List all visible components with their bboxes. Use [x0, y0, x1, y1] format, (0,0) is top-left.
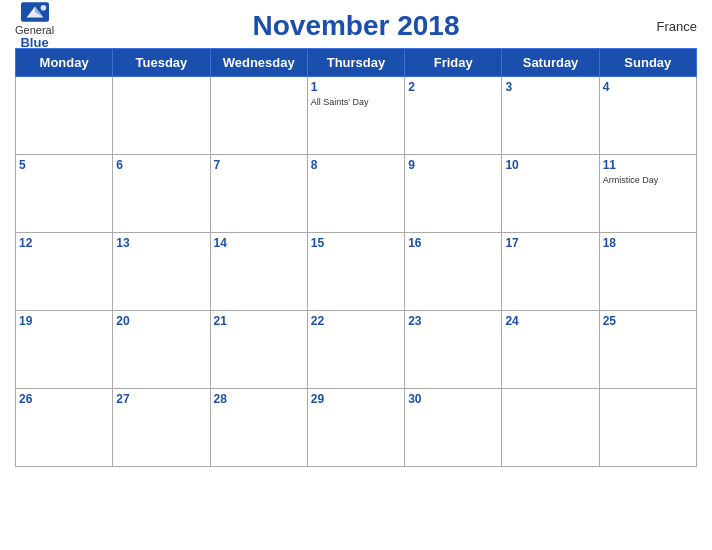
calendar-body: 1All Saints' Day234567891011Armistice Da… — [16, 77, 697, 467]
calendar-cell: 24 — [502, 311, 599, 389]
calendar-table: Monday Tuesday Wednesday Thursday Friday… — [15, 48, 697, 467]
calendar-cell: 18 — [599, 233, 696, 311]
calendar-cell — [502, 389, 599, 467]
svg-point-3 — [40, 5, 46, 11]
calendar-cell: 8 — [307, 155, 404, 233]
header-tuesday: Tuesday — [113, 49, 210, 77]
day-number: 20 — [116, 313, 206, 330]
day-number: 23 — [408, 313, 498, 330]
calendar-cell: 6 — [113, 155, 210, 233]
day-number: 15 — [311, 235, 401, 252]
day-number: 22 — [311, 313, 401, 330]
day-number: 2 — [408, 79, 498, 96]
calendar-cell: 4 — [599, 77, 696, 155]
calendar-cell: 22 — [307, 311, 404, 389]
logo-icon — [21, 2, 49, 22]
calendar-cell: 23 — [405, 311, 502, 389]
header-sunday: Sunday — [599, 49, 696, 77]
day-number: 29 — [311, 391, 401, 408]
holiday-name: All Saints' Day — [311, 97, 401, 109]
header-monday: Monday — [16, 49, 113, 77]
month-title: November 2018 — [252, 10, 459, 42]
header-saturday: Saturday — [502, 49, 599, 77]
calendar-cell — [599, 389, 696, 467]
header-wednesday: Wednesday — [210, 49, 307, 77]
calendar-cell: 13 — [113, 233, 210, 311]
calendar-cell: 27 — [113, 389, 210, 467]
calendar-cell: 5 — [16, 155, 113, 233]
calendar-cell: 20 — [113, 311, 210, 389]
calendar-cell: 7 — [210, 155, 307, 233]
calendar-cell: 10 — [502, 155, 599, 233]
header-thursday: Thursday — [307, 49, 404, 77]
calendar-cell: 1All Saints' Day — [307, 77, 404, 155]
day-number: 26 — [19, 391, 109, 408]
logo: General Blue — [15, 2, 54, 50]
calendar-cell: 3 — [502, 77, 599, 155]
day-number: 13 — [116, 235, 206, 252]
day-number: 1 — [311, 79, 401, 96]
calendar-cell: 28 — [210, 389, 307, 467]
holiday-name: Armistice Day — [603, 175, 693, 187]
calendar-cell: 19 — [16, 311, 113, 389]
day-number: 17 — [505, 235, 595, 252]
logo-blue-text: Blue — [20, 36, 48, 50]
day-number: 21 — [214, 313, 304, 330]
calendar-cell: 26 — [16, 389, 113, 467]
calendar-cell: 17 — [502, 233, 599, 311]
country-label: France — [657, 19, 697, 34]
day-number: 16 — [408, 235, 498, 252]
day-number: 19 — [19, 313, 109, 330]
calendar-cell: 2 — [405, 77, 502, 155]
calendar-cell — [113, 77, 210, 155]
day-number: 28 — [214, 391, 304, 408]
calendar-cell: 21 — [210, 311, 307, 389]
calendar-cell: 15 — [307, 233, 404, 311]
day-number: 12 — [19, 235, 109, 252]
weekday-header-row: Monday Tuesday Wednesday Thursday Friday… — [16, 49, 697, 77]
calendar-cell — [210, 77, 307, 155]
calendar-cell: 9 — [405, 155, 502, 233]
calendar-week-row: 2627282930 — [16, 389, 697, 467]
calendar-cell: 30 — [405, 389, 502, 467]
day-number: 27 — [116, 391, 206, 408]
calendar-cell: 14 — [210, 233, 307, 311]
day-number: 24 — [505, 313, 595, 330]
day-number: 5 — [19, 157, 109, 174]
calendar-week-row: 567891011Armistice Day — [16, 155, 697, 233]
day-number: 9 — [408, 157, 498, 174]
calendar-cell — [16, 77, 113, 155]
day-number: 18 — [603, 235, 693, 252]
day-number: 7 — [214, 157, 304, 174]
calendar-cell: 16 — [405, 233, 502, 311]
calendar-week-row: 1All Saints' Day234 — [16, 77, 697, 155]
day-number: 10 — [505, 157, 595, 174]
day-number: 4 — [603, 79, 693, 96]
day-number: 25 — [603, 313, 693, 330]
calendar-cell: 11Armistice Day — [599, 155, 696, 233]
calendar-cell: 29 — [307, 389, 404, 467]
day-number: 8 — [311, 157, 401, 174]
calendar-header: General Blue November 2018 France — [15, 10, 697, 42]
day-number: 6 — [116, 157, 206, 174]
calendar-week-row: 12131415161718 — [16, 233, 697, 311]
day-number: 14 — [214, 235, 304, 252]
calendar-container: General Blue November 2018 France Monday… — [0, 0, 712, 550]
calendar-cell: 12 — [16, 233, 113, 311]
day-number: 11 — [603, 157, 693, 174]
day-number: 3 — [505, 79, 595, 96]
calendar-week-row: 19202122232425 — [16, 311, 697, 389]
header-friday: Friday — [405, 49, 502, 77]
day-number: 30 — [408, 391, 498, 408]
calendar-cell: 25 — [599, 311, 696, 389]
